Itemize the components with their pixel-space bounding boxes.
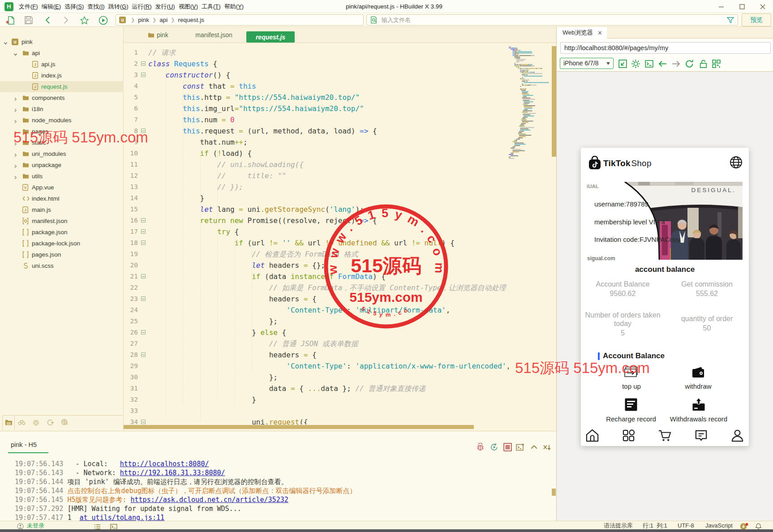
qr-code-icon[interactable]: [712, 59, 721, 69]
line-number[interactable]: 31: [124, 383, 138, 394]
line-number[interactable]: 25: [124, 316, 138, 327]
console-link[interactable]: http://localhost:8080/: [120, 460, 209, 468]
code-line-18[interactable]: 18 if (url != '' && url != undefined && …: [124, 237, 509, 249]
line-number[interactable]: 34: [124, 416, 138, 425]
withdraw-action[interactable]: withdraw: [667, 366, 730, 390]
line-number[interactable]: 27: [124, 338, 138, 349]
unlock-icon[interactable]: [699, 59, 708, 69]
fold-marker-icon[interactable]: [141, 296, 146, 301]
nav-home-icon[interactable]: [585, 429, 599, 442]
settings-gear-icon[interactable]: [631, 59, 640, 69]
close-tab-icon[interactable]: ✕: [597, 30, 602, 36]
code-line-32[interactable]: 32 }: [124, 394, 509, 405]
tree-item-main-js[interactable]: Jmain.js: [0, 204, 124, 215]
tree-item-index-js[interactable]: Jindex.js: [0, 70, 124, 81]
url-input[interactable]: http://localhost:8080/#/pages/my/my: [560, 42, 771, 54]
line-number[interactable]: 20: [124, 260, 138, 271]
tree-item-pages-json[interactable]: pages.json: [0, 249, 124, 260]
editor-vertical-scrollbar[interactable]: [552, 46, 556, 157]
forward-button[interactable]: [61, 15, 71, 25]
chevron-collapsed-icon[interactable]: [13, 96, 18, 100]
code-line-16[interactable]: 16 return new Promise((resolve, reject) …: [124, 215, 509, 226]
line-number[interactable]: 14: [124, 193, 138, 204]
tab-manifest-json[interactable]: manifest.json: [184, 27, 244, 43]
line-number[interactable]: 6: [124, 103, 138, 114]
code-line-22[interactable]: 22 // 如果是 FormData，不手动设置 Content-Type，让浏…: [124, 282, 509, 293]
menu-帮助Y[interactable]: 帮助(Y): [223, 3, 245, 11]
line-number[interactable]: 13: [124, 181, 138, 193]
bookmark-star-button[interactable]: [79, 15, 89, 25]
console-icon[interactable]: [644, 59, 654, 69]
collapse-icon[interactable]: [530, 443, 538, 451]
code-line-12[interactable]: 12 // title: "": [124, 170, 509, 181]
refresh-icon[interactable]: [685, 59, 694, 69]
device-select[interactable]: iPhone 6/7/8: [560, 58, 614, 69]
line-number[interactable]: 30: [124, 372, 138, 383]
editor-horizontal-scrollbar[interactable]: [124, 425, 556, 429]
nav-forward-icon[interactable]: [671, 59, 681, 69]
line-number[interactable]: 29: [124, 360, 138, 372]
tree-item-request-js[interactable]: Jrequest.js: [0, 81, 124, 92]
line-number[interactable]: 32: [124, 394, 138, 405]
nav-message-icon[interactable]: [694, 429, 708, 442]
tree-item-components[interactable]: components: [0, 92, 124, 103]
line-number[interactable]: 23: [124, 293, 138, 305]
chevron-collapsed-icon[interactable]: [13, 129, 18, 134]
filter-icon[interactable]: [727, 17, 734, 24]
login-status[interactable]: 未登录: [27, 521, 44, 530]
console-tab[interactable]: pink - H5: [11, 441, 37, 448]
save-button[interactable]: [24, 15, 34, 25]
chevron-collapsed-icon[interactable]: [13, 174, 18, 179]
minimize-button[interactable]: [711, 0, 732, 13]
line-number[interactable]: 5: [124, 92, 138, 103]
line-number[interactable]: 15: [124, 204, 138, 215]
line-number[interactable]: 18: [124, 237, 138, 249]
tree-item-static[interactable]: static: [0, 137, 124, 148]
nav-category-icon[interactable]: [622, 429, 636, 442]
console-link[interactable]: https://ask.dcloud.net.cn/article/35232: [131, 496, 288, 504]
tree-item-app-vue[interactable]: VApp.vue: [0, 182, 124, 193]
line-number[interactable]: 16: [124, 215, 138, 226]
code-line-3[interactable]: 3 constructor() {: [124, 69, 509, 81]
back-button[interactable]: [43, 15, 53, 25]
line-number[interactable]: 33: [124, 405, 138, 416]
language-status[interactable]: JavaScript: [705, 521, 733, 530]
code-line-30[interactable]: 30 };: [124, 372, 509, 383]
code-line-34[interactable]: 34 uni.request({: [124, 416, 509, 425]
tree-item-utils[interactable]: utils: [0, 171, 124, 182]
top-up-action[interactable]: top up: [600, 366, 663, 390]
chevron-expanded-icon[interactable]: [13, 51, 18, 56]
menu-编辑E[interactable]: 编辑(E): [40, 3, 63, 11]
line-number[interactable]: 4: [124, 81, 138, 92]
code-line-5[interactable]: 5 this.http = "https://554.haiwaiym20.to…: [124, 92, 509, 103]
new-terminal-icon[interactable]: [516, 443, 524, 451]
fold-marker-icon[interactable]: [141, 218, 146, 223]
code-line-28[interactable]: 28 headers = {: [124, 349, 509, 360]
line-number[interactable]: 12: [124, 170, 138, 181]
code-line-8[interactable]: 8 this.request = (url, method, data, loa…: [124, 125, 509, 137]
code-line-25[interactable]: 25 };: [124, 316, 509, 327]
console-link[interactable]: http://192.168.31.33:8080/: [120, 469, 225, 477]
code-line-20[interactable]: 20 let headers = {};: [124, 260, 509, 271]
invitation-code-text[interactable]: Invitation code:FJVNPACopy: [594, 236, 680, 243]
tree-item-api[interactable]: api: [0, 47, 124, 59]
withdrawals-record-action[interactable]: Withdrawals record: [663, 398, 734, 423]
line-number[interactable]: 1: [124, 47, 138, 58]
tree-item-uni-scss[interactable]: uni.scss: [0, 260, 124, 271]
code-line-31[interactable]: 31 data = { ...data }; // 普通对象直接传递: [124, 383, 509, 394]
menu-跳转G[interactable]: 跳转(G): [107, 3, 130, 11]
chevron-collapsed-icon[interactable]: [13, 163, 18, 167]
code-line-17[interactable]: 17 try {: [124, 226, 509, 237]
code-line-14[interactable]: 14 }: [124, 193, 509, 204]
close-button[interactable]: [752, 0, 773, 13]
tree-item-node-modules[interactable]: node_modules: [0, 115, 124, 126]
line-number[interactable]: 26: [124, 327, 138, 338]
line-number[interactable]: 2: [124, 58, 138, 69]
menu-选择S[interactable]: 选择(S): [63, 3, 86, 11]
open-external-icon[interactable]: [618, 59, 627, 69]
menu-运行R[interactable]: 运行(R): [130, 3, 153, 11]
line-number[interactable]: 8: [124, 125, 138, 137]
code-line-15[interactable]: 15 let lang = uni.getStorageSync('lang')…: [124, 204, 509, 215]
syntax-lib-status[interactable]: 语法提示库: [604, 521, 633, 530]
nav-back-icon[interactable]: [658, 59, 667, 69]
